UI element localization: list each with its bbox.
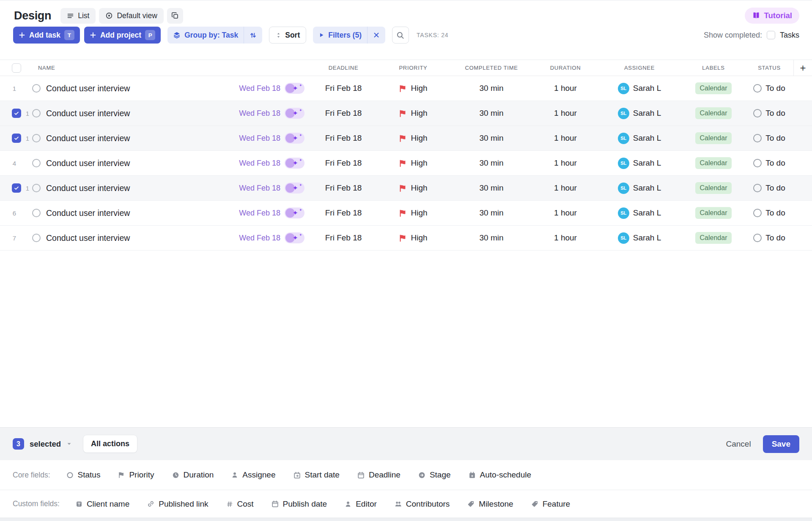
task-name[interactable]: Conduct user interview [46, 109, 130, 118]
status-value[interactable]: To do [765, 134, 785, 143]
status-value[interactable]: To do [765, 109, 785, 118]
completed-time-value[interactable]: 30 min [479, 109, 503, 118]
custom-field-editor[interactable]: Editor [345, 499, 377, 509]
task-status-circle-icon[interactable] [32, 109, 41, 117]
ai-suggestion-pill[interactable]: ✦ ✦ [285, 108, 304, 119]
tutorial-button[interactable]: Tutorial [745, 8, 799, 24]
core-field-start-date[interactable]: Start date [294, 470, 340, 480]
assignee-name[interactable]: Sarah L [633, 233, 661, 243]
row-checkbox[interactable] [12, 183, 21, 193]
completed-time-value[interactable]: 30 min [479, 158, 503, 168]
suggested-date[interactable]: Wed Feb 18 [239, 109, 280, 118]
task-name[interactable]: Conduct user interview [46, 183, 130, 193]
custom-field-cost[interactable]: Cost [226, 499, 254, 509]
list-view-button[interactable]: List [60, 8, 96, 24]
deadline-value[interactable]: Fri Feb 18 [325, 233, 362, 243]
task-status-circle-icon[interactable] [32, 234, 41, 242]
row-checkbox[interactable] [12, 109, 21, 118]
label-badge[interactable]: Calendar [695, 107, 732, 119]
priority-value[interactable]: High [411, 208, 427, 218]
ai-suggestion-pill[interactable]: ✦ ✦ [285, 133, 304, 144]
ai-suggestion-pill[interactable]: ✦ ✦ [285, 183, 304, 194]
ai-suggestion-pill[interactable]: ✦ ✦ [285, 83, 304, 94]
completed-time-value[interactable]: 30 min [479, 208, 503, 218]
task-name[interactable]: Conduct user interview [46, 134, 130, 143]
deadline-value[interactable]: Fri Feb 18 [325, 158, 362, 168]
suggested-date[interactable]: Wed Feb 18 [239, 234, 280, 243]
duration-value[interactable]: 1 hour [554, 158, 577, 168]
duration-value[interactable]: 1 hour [554, 208, 577, 218]
select-all-checkbox[interactable] [12, 63, 21, 73]
table-row[interactable]: 1 Conduct user interview Wed Feb 18 ✦ ✦ … [0, 76, 812, 101]
priority-value[interactable]: High [411, 158, 427, 168]
status-value[interactable]: To do [765, 84, 785, 93]
deadline-value[interactable]: Fri Feb 18 [325, 109, 362, 118]
label-badge[interactable]: Calendar [695, 232, 732, 244]
task-status-circle-icon[interactable] [32, 84, 41, 93]
status-value[interactable]: To do [765, 233, 785, 243]
priority-value[interactable]: High [411, 134, 427, 143]
duplicate-view-button[interactable] [167, 8, 183, 24]
suggested-date[interactable]: Wed Feb 18 [239, 134, 280, 143]
clear-filters-button[interactable] [367, 27, 385, 44]
group-direction-button[interactable] [244, 27, 262, 44]
table-row[interactable]: 6 Conduct user interview Wed Feb 18 ✦ ✦ … [0, 201, 812, 226]
duration-value[interactable]: 1 hour [554, 183, 577, 193]
label-badge[interactable]: Calendar [695, 157, 732, 169]
custom-field-client-name[interactable]: Client name [76, 499, 129, 509]
search-button[interactable] [392, 27, 409, 44]
custom-field-milestone[interactable]: Milestone [467, 499, 513, 509]
suggested-date[interactable]: Wed Feb 18 [239, 159, 280, 168]
label-badge[interactable]: Calendar [695, 207, 732, 219]
deadline-value[interactable]: Fri Feb 18 [325, 183, 362, 193]
label-badge[interactable]: Calendar [695, 182, 732, 194]
add-project-button[interactable]: Add project P [84, 27, 161, 44]
task-status-circle-icon[interactable] [32, 159, 41, 167]
ai-suggestion-pill[interactable]: ✦ ✦ [285, 158, 304, 169]
duration-value[interactable]: 1 hour [554, 84, 577, 93]
custom-field-contributors[interactable]: Contributors [395, 499, 450, 509]
priority-value[interactable]: High [411, 183, 427, 193]
add-task-button[interactable]: Add task T [13, 27, 80, 44]
add-column-button[interactable]: + [793, 60, 812, 76]
all-actions-button[interactable]: All actions [83, 435, 137, 453]
core-field-status[interactable]: Status [66, 470, 101, 480]
ai-suggestion-pill[interactable]: ✦ ✦ [285, 232, 304, 243]
group-by-button[interactable]: Group by: Task [167, 27, 244, 44]
core-field-stage[interactable]: Stage [418, 470, 451, 480]
status-value[interactable]: To do [765, 183, 785, 193]
core-field-assignee[interactable]: Assignee [231, 470, 275, 480]
assignee-name[interactable]: Sarah L [633, 84, 661, 93]
suggested-date[interactable]: Wed Feb 18 [239, 184, 280, 193]
duration-value[interactable]: 1 hour [554, 233, 577, 243]
status-value[interactable]: To do [765, 208, 785, 218]
ai-suggestion-pill[interactable]: ✦ ✦ [285, 207, 304, 218]
task-name[interactable]: Conduct user interview [46, 158, 130, 168]
assignee-name[interactable]: Sarah L [633, 183, 661, 193]
completed-time-value[interactable]: 30 min [479, 183, 503, 193]
task-status-circle-icon[interactable] [32, 134, 41, 142]
save-button[interactable]: Save [763, 435, 799, 453]
assignee-name[interactable]: Sarah L [633, 134, 661, 143]
task-name[interactable]: Conduct user interview [46, 233, 130, 243]
table-row[interactable]: 1 Conduct user interview Wed Feb 18 ✦ ✦ … [0, 176, 812, 201]
status-value[interactable]: To do [765, 158, 785, 168]
table-row[interactable]: 7 Conduct user interview Wed Feb 18 ✦ ✦ … [0, 226, 812, 251]
completed-time-value[interactable]: 30 min [479, 134, 503, 143]
completed-time-value[interactable]: 30 min [479, 233, 503, 243]
task-status-circle-icon[interactable] [32, 209, 41, 217]
deadline-value[interactable]: Fri Feb 18 [325, 134, 362, 143]
row-checkbox[interactable] [12, 134, 21, 143]
core-field-deadline[interactable]: Deadline [357, 470, 401, 480]
deadline-value[interactable]: Fri Feb 18 [325, 84, 362, 93]
table-row[interactable]: 1 Conduct user interview Wed Feb 18 ✦ ✦ … [0, 101, 812, 126]
custom-field-publish-date[interactable]: Publish date [272, 499, 327, 509]
assignee-name[interactable]: Sarah L [633, 158, 661, 168]
completed-time-value[interactable]: 30 min [479, 84, 503, 93]
task-name[interactable]: Conduct user interview [46, 84, 130, 93]
core-field-priority[interactable]: Priority [118, 470, 154, 480]
show-completed-checkbox[interactable] [767, 31, 775, 39]
task-name[interactable]: Conduct user interview [46, 208, 130, 218]
table-row[interactable]: 1 Conduct user interview Wed Feb 18 ✦ ✦ … [0, 126, 812, 151]
priority-value[interactable]: High [411, 84, 427, 93]
